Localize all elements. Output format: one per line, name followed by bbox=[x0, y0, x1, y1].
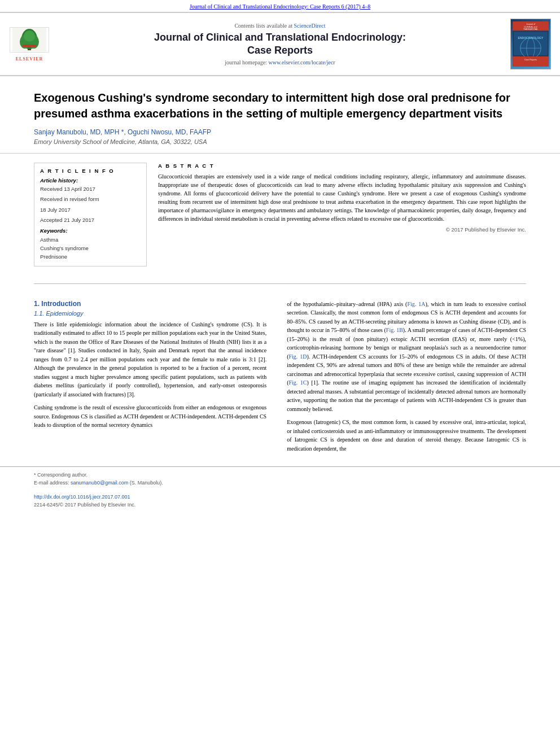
journal-link[interactable]: Journal of Clinical and Translational En… bbox=[190, 3, 371, 10]
fig1c-link[interactable]: Fig. 1C bbox=[289, 379, 307, 386]
email-line: E-mail address: sanumanub0@gmail.com (S.… bbox=[34, 479, 526, 487]
copyright-line: © 2017 Published by Elsevier Inc. bbox=[158, 226, 526, 233]
received-revised-label: Received in revised form bbox=[40, 195, 141, 203]
svg-text:Journal of: Journal of bbox=[526, 23, 536, 25]
left-logo-area: ELSEVIER bbox=[7, 27, 52, 62]
header-middle: Contents lists available at ScienceDirec… bbox=[59, 23, 501, 66]
received-date: Received 13 April 2017 bbox=[40, 185, 141, 193]
doi-link[interactable]: http://dx.doi.org/10.1016/j.jecr.2017.07… bbox=[34, 494, 130, 500]
article-info-heading: A R T I C L E I N F O bbox=[40, 168, 141, 174]
svg-text:TRANSLATIONAL: TRANSLATIONAL bbox=[523, 28, 538, 30]
keyword-cushings: Cushing's syndrome bbox=[40, 244, 141, 252]
cover-svg: Journal of CLINICAL and TRANSLATIONAL EN… bbox=[511, 21, 550, 67]
fig1a-link[interactable]: Fig. 1A bbox=[407, 301, 425, 307]
fig1d-link[interactable]: Fig. 1D bbox=[289, 353, 307, 360]
svg-text:CLINICAL and: CLINICAL and bbox=[524, 26, 537, 28]
abstract-heading: A B S T R A C T bbox=[158, 163, 526, 169]
main-left-column: 1. Introduction 1.1. Epidemiology There … bbox=[34, 300, 273, 458]
subsection-title: 1.1. Epidemiology bbox=[34, 310, 266, 317]
contents-line: Contents lists available at ScienceDirec… bbox=[59, 23, 501, 29]
article-info-column: A R T I C L E I N F O Article history: R… bbox=[34, 163, 158, 274]
doi-line: http://dx.doi.org/10.1016/j.jecr.2017.07… bbox=[34, 493, 526, 501]
svg-rect-6 bbox=[23, 45, 36, 47]
authors: Sanjay Manubolu, MD, MPH *, Oguchi Nwosu… bbox=[34, 128, 526, 136]
issn-line: 2214-6245/© 2017 Published by Elsevier I… bbox=[34, 501, 526, 509]
svg-text:Case Reports: Case Reports bbox=[524, 59, 537, 61]
svg-rect-17 bbox=[513, 56, 549, 67]
corresponding-author: * Corresponding author. bbox=[34, 471, 526, 479]
elsevier-tree-svg bbox=[12, 28, 46, 51]
intro-paragraph2: Cushing syndrome is the result of excess… bbox=[34, 403, 266, 430]
elsevier-logo bbox=[10, 27, 49, 53]
article-title-section: Exogenous Cushing's syndrome secondary t… bbox=[0, 76, 560, 154]
elsevier-text: ELSEVIER bbox=[16, 56, 43, 62]
journal-header: ELSEVIER Contents lists available at Sci… bbox=[0, 12, 560, 76]
right-logo-area: Journal of CLINICAL and TRANSLATIONAL EN… bbox=[508, 19, 553, 69]
section1-title: 1. Introduction bbox=[34, 300, 266, 308]
main-right-column: of the hypothalamic–pituitary–adrenal (H… bbox=[287, 300, 526, 458]
accepted-date: Accepted 21 July 2017 bbox=[40, 216, 141, 224]
article-history-label: Article history: bbox=[40, 177, 141, 184]
article-info-box: A R T I C L E I N F O Article history: R… bbox=[34, 163, 147, 267]
keywords-label: Keywords: bbox=[40, 228, 141, 234]
top-bar: Journal of Clinical and Translational En… bbox=[0, 0, 560, 12]
main-content: 1. Introduction 1.1. Epidemiology There … bbox=[0, 290, 560, 465]
journal-cover-image: Journal of CLINICAL and TRANSLATIONAL EN… bbox=[510, 19, 551, 69]
affiliation: Emory University School of Medicine, Atl… bbox=[34, 138, 526, 145]
intro-paragraph1: There is little epidemiologic informatio… bbox=[34, 320, 266, 399]
footer-section: * Corresponding author. E-mail address: … bbox=[0, 466, 560, 512]
abstract-column: A B S T R A C T Glucocorticoid therapies… bbox=[158, 163, 526, 274]
journal-title: Journal of Clinical and Translational En… bbox=[59, 31, 501, 58]
homepage-link[interactable]: www.elsevier.com/locate/jecr bbox=[269, 59, 335, 65]
fig1b-link[interactable]: Fig. 1B bbox=[386, 327, 403, 333]
revised-date: 18 July 2017 bbox=[40, 206, 141, 214]
email-link[interactable]: sanumanub0@gmail.com bbox=[71, 480, 128, 486]
article-title: Exogenous Cushing's syndrome secondary t… bbox=[34, 90, 526, 121]
right-paragraph1: of the hypothalamic–pituitary–adrenal (H… bbox=[287, 300, 526, 414]
abstract-section: A B S T R A C T Glucocorticoid therapies… bbox=[158, 163, 526, 233]
sciencedirect-link[interactable]: ScienceDirect bbox=[294, 23, 325, 29]
keyword-asthma: Asthma bbox=[40, 235, 141, 244]
journal-homepage: journal homepage: www.elsevier.com/locat… bbox=[59, 59, 501, 65]
svg-rect-12 bbox=[514, 32, 548, 55]
right-paragraph2: Exogenous (Iatrogenic) CS, the most comm… bbox=[287, 418, 526, 453]
abstract-text: Glucocorticoid therapies are extensively… bbox=[158, 172, 526, 223]
svg-point-5 bbox=[24, 30, 35, 42]
keyword-prednisone: Prednisone bbox=[40, 252, 141, 261]
divider-after-abstract bbox=[34, 283, 526, 284]
article-body: A R T I C L E I N F O Article history: R… bbox=[0, 154, 560, 283]
